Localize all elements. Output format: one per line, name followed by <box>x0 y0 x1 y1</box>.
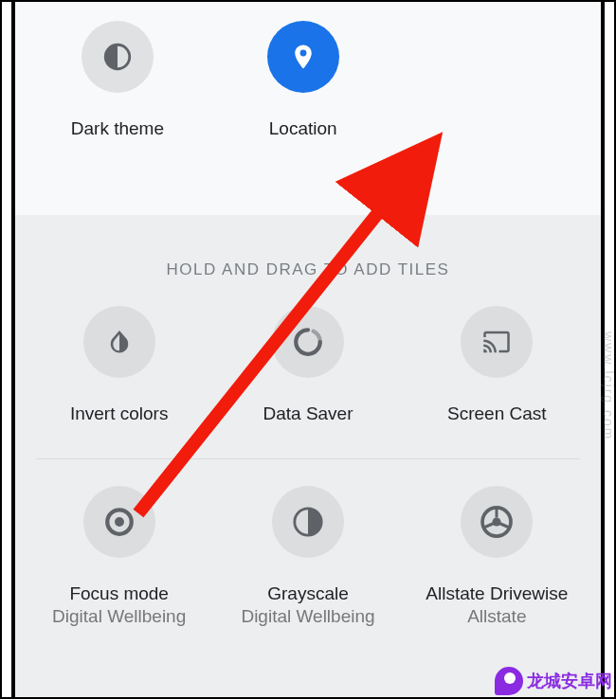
cast-icon <box>461 306 533 378</box>
watermark-logo-icon <box>495 667 523 695</box>
tile-sublabel: Digital Wellbeing <box>241 605 374 629</box>
tile-dark-theme[interactable]: Dark theme <box>25 21 210 215</box>
tile-sublabel: Digital Wellbeing <box>52 605 186 629</box>
invert-colors-icon <box>83 306 155 378</box>
tile-allstate-drivewise[interactable]: Allstate Drivewise Allstate <box>403 486 591 629</box>
svg-line-10 <box>484 523 495 528</box>
svg-line-11 <box>499 523 510 528</box>
tile-label: Location <box>269 117 337 141</box>
section-header: HOLD AND DRAG TO ADD TILES <box>15 260 601 279</box>
tile-screen-cast[interactable]: Screen Cast <box>403 306 591 426</box>
drivewise-icon <box>461 486 533 558</box>
tile-location[interactable]: Location <box>210 21 396 215</box>
tile-focus-mode[interactable]: Focus mode Digital Wellbeing <box>25 486 213 629</box>
location-icon <box>267 21 339 93</box>
dark-theme-icon <box>82 21 154 93</box>
watermark-brand: 龙城安卓网 <box>495 667 612 695</box>
svg-point-1 <box>115 517 124 527</box>
tile-label: Grayscale <box>267 582 349 606</box>
focus-mode-icon <box>83 486 155 558</box>
active-tiles-section: Dark theme Location <box>15 2 601 215</box>
tile-label: Dark theme <box>71 117 164 141</box>
tile-label: Focus mode <box>69 582 169 606</box>
tile-sublabel: Allstate <box>467 605 526 629</box>
grayscale-icon <box>272 486 344 558</box>
watermark-url: www.lcjrg.com <box>601 332 616 440</box>
tile-data-saver[interactable]: Data Saver <box>213 306 402 426</box>
watermark-text: 龙城安卓网 <box>527 670 612 692</box>
divider <box>36 458 580 459</box>
available-tiles-section: HOLD AND DRAG TO ADD TILES Invert colors… <box>15 215 601 697</box>
tile-label: Invert colors <box>70 403 168 426</box>
quick-settings-editor: Dark theme Location HOLD AND DRAG TO ADD… <box>15 2 601 697</box>
data-saver-icon <box>272 306 344 378</box>
tile-grayscale[interactable]: Grayscale Digital Wellbeing <box>213 486 402 629</box>
tile-label: Data Saver <box>263 403 353 426</box>
tile-invert-colors[interactable]: Invert colors <box>25 306 213 426</box>
tile-label: Allstate Drivewise <box>426 582 568 606</box>
tile-label: Screen Cast <box>447 403 547 426</box>
